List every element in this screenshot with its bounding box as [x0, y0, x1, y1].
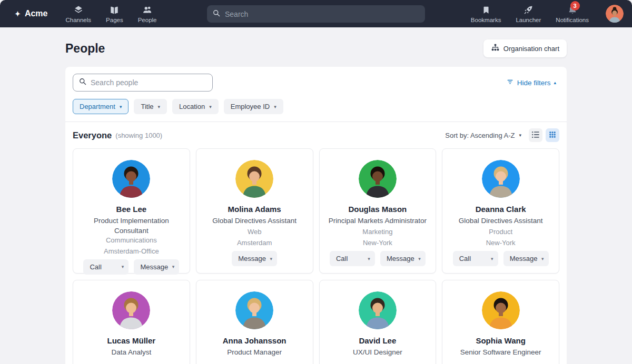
search-people-input[interactable] — [91, 78, 207, 87]
caret-down-icon: ▾ — [519, 133, 521, 138]
primary-nav: Channels Pages People — [60, 3, 162, 25]
person-department: Product — [489, 228, 512, 236]
call-button[interactable]: Call▾ — [330, 251, 375, 266]
brand-name: Acme — [25, 9, 48, 18]
caret-down-icon: ▾ — [491, 256, 493, 261]
notifications-badge: 3 — [570, 1, 580, 11]
chip-label: Employee ID — [231, 103, 270, 110]
caret-down-icon: ▾ — [541, 256, 544, 261]
bookmarks-button[interactable]: Bookmarks — [470, 3, 502, 25]
chip-label: Department — [80, 103, 115, 110]
person-location: Amsterdam-Office — [104, 247, 159, 255]
person-name: Anna Johansson — [223, 336, 287, 345]
filter-chip-department[interactable]: Department ▾ — [73, 99, 129, 114]
button-label: Message — [238, 255, 266, 262]
org-chart-icon — [491, 43, 500, 54]
global-search[interactable] — [207, 5, 425, 23]
call-button[interactable]: Call▾ — [83, 259, 129, 275]
button-label: Call — [459, 255, 471, 262]
list-view-toggle[interactable] — [529, 128, 542, 142]
nav-item-pages[interactable]: Pages — [101, 3, 129, 25]
person-location: Amsterdam — [237, 239, 272, 247]
global-search-input[interactable] — [225, 10, 420, 18]
person-title: UX/UI Designer — [353, 348, 402, 358]
person-card: Sophia Wang Senior Software Engineer — [442, 280, 559, 364]
call-button[interactable]: Call▾ — [453, 251, 498, 266]
filter-chip-title[interactable]: Title ▾ — [134, 99, 167, 114]
grid-view-icon — [548, 130, 557, 140]
person-title: Global Directives Assistant — [212, 216, 297, 226]
page-title: People — [65, 42, 105, 56]
nav-item-channels[interactable]: Channels — [60, 3, 96, 25]
notifications-button[interactable]: 3 Notifications — [555, 3, 590, 25]
message-button[interactable]: Message▾ — [380, 251, 426, 266]
message-button[interactable]: Message▾ — [503, 251, 549, 266]
person-avatar — [112, 160, 150, 198]
people-grid: Bee Lee Product Implementation Consultan… — [73, 148, 559, 364]
sort-by-dropdown[interactable]: Sort by: Ascending A-Z ▾ — [445, 132, 521, 139]
nav-label: Pages — [106, 17, 123, 23]
button-label: Message — [140, 263, 168, 271]
sparkle-icon: ✦ — [15, 10, 21, 18]
caret-down-icon: ▾ — [158, 104, 161, 109]
filter-area: Hide filters ▴ Department ▾ Title ▾ Loca… — [65, 67, 567, 122]
caret-down-icon: ▾ — [120, 104, 122, 109]
hide-filters-label: Hide filters — [517, 79, 551, 87]
filter-chip-employee-id[interactable]: Employee ID ▾ — [224, 99, 283, 114]
list-view-icon — [531, 130, 540, 141]
person-avatar — [235, 291, 273, 329]
layers-icon — [73, 5, 84, 15]
button-label: Call — [336, 255, 348, 262]
person-card: Douglas Mason Principal Markets Administ… — [319, 148, 437, 274]
person-title: Principal Markets Administrator — [329, 216, 427, 226]
person-name: Bee Lee — [116, 205, 147, 214]
launcher-button[interactable]: Launcher — [515, 3, 542, 25]
person-card: Anna Johansson Product Manager — [196, 280, 313, 364]
launcher-label: Launcher — [516, 17, 541, 23]
person-card: Deanna Clark Global Directives Assistant… — [442, 148, 559, 274]
person-avatar — [359, 291, 397, 329]
person-name: Deanna Clark — [476, 205, 526, 214]
search-icon — [212, 9, 221, 19]
person-name: Douglas Mason — [348, 205, 407, 214]
nav-label: Channels — [65, 17, 91, 23]
button-label: Message — [387, 255, 414, 262]
main-content: People Organisation chart — [65, 39, 567, 364]
chip-label: Title — [141, 103, 153, 110]
people-panel: Hide filters ▴ Department ▾ Title ▾ Loca… — [65, 67, 567, 364]
hide-filters-button[interactable]: Hide filters ▴ — [506, 78, 556, 87]
person-name: Sophia Wang — [476, 336, 525, 345]
search-people-field[interactable] — [73, 74, 213, 92]
caret-down-icon: ▾ — [209, 104, 212, 109]
organisation-chart-button[interactable]: Organisation chart — [483, 39, 567, 57]
person-name: Lucas Müller — [107, 336, 156, 345]
brand-logo[interactable]: ✦ Acme — [15, 9, 47, 18]
bookmark-icon — [481, 5, 491, 15]
person-actions: Call▾Message▾ — [453, 251, 549, 266]
person-avatar — [235, 160, 273, 198]
directory-section: Everyone (showing 1000) Sort by: Ascendi… — [65, 122, 567, 364]
filter-chip-location[interactable]: Location ▾ — [172, 99, 219, 114]
message-button[interactable]: Message▾ — [134, 259, 179, 275]
rocket-icon — [523, 5, 534, 15]
people-icon — [142, 5, 153, 15]
caret-down-icon: ▾ — [418, 256, 421, 261]
person-avatar — [482, 291, 520, 329]
organisation-chart-label: Organisation chart — [503, 45, 559, 53]
person-actions: Call▾Message▾ — [83, 259, 179, 275]
grid-view-toggle[interactable] — [546, 128, 559, 142]
person-card: Bee Lee Product Implementation Consultan… — [73, 148, 190, 274]
filter-icon — [506, 78, 514, 87]
person-card: Molina Adams Global Directives Assistant… — [196, 148, 313, 274]
caret-down-icon: ▾ — [172, 264, 175, 269]
caret-down-icon: ▾ — [274, 104, 276, 109]
message-button[interactable]: Message▾ — [232, 251, 277, 266]
person-department: Communications — [106, 236, 157, 244]
person-card: Lucas Müller Data Analyst — [73, 280, 190, 364]
user-avatar[interactable] — [606, 5, 624, 23]
person-title: Senior Software Engineer — [460, 348, 541, 358]
caret-up-icon: ▴ — [554, 80, 556, 85]
bookmarks-label: Bookmarks — [471, 17, 501, 23]
person-name: Molina Adams — [228, 205, 281, 214]
nav-item-people[interactable]: People — [133, 3, 162, 25]
